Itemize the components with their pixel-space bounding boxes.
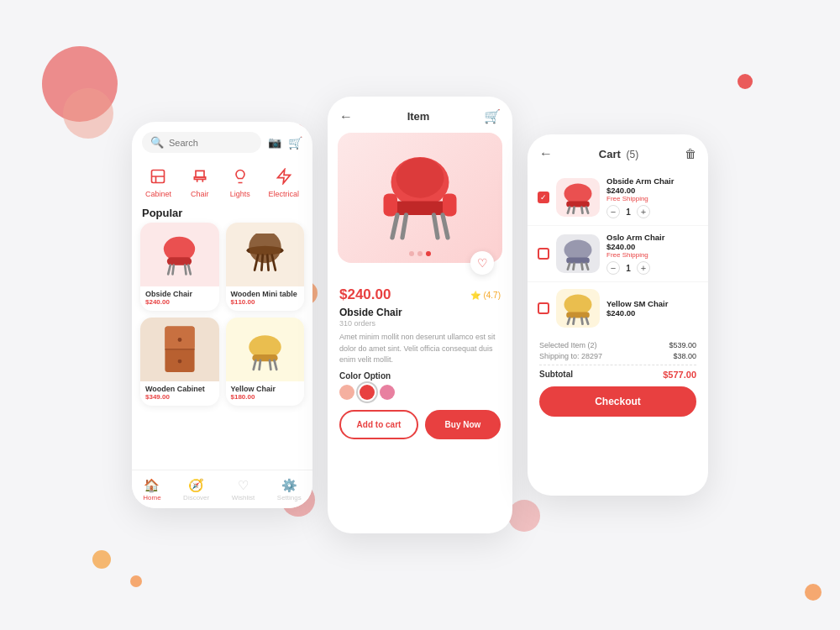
svg-point-50 [564, 295, 592, 315]
product-card-yellow-chair[interactable]: Yellow Chair $180.00 [226, 318, 305, 406]
checkout-button[interactable]: Checkout [539, 386, 696, 417]
item-description: Amet minim mollit non deserunt ullamco e… [328, 332, 512, 371]
svg-line-26 [274, 360, 276, 369]
color-option-3[interactable] [380, 385, 395, 400]
delete-icon[interactable]: 🗑 [685, 147, 696, 160]
add-to-cart-button[interactable]: Add to cart [339, 410, 418, 439]
product-info-2: Wooden Mini table $110.00 [226, 286, 305, 311]
svg-line-37 [434, 214, 438, 237]
discover-icon: 🧭 [188, 478, 204, 493]
product-name-2: Wooden Mini table [231, 290, 300, 298]
cart-item-img-3 [556, 289, 600, 328]
cart-checkbox-3[interactable] [538, 302, 549, 314]
dot-2 [417, 251, 423, 256]
nav-discover[interactable]: 🧭 Discover [183, 478, 209, 501]
nav-home[interactable]: 🏠 Home [143, 478, 160, 501]
dot-1 [409, 251, 414, 256]
cart-item-details-2: Oslo Arm Chair $240.00 Free Shipping − 1… [606, 233, 698, 275]
svg-line-25 [254, 360, 256, 369]
lights-label: Lights [230, 190, 250, 198]
qty-value-1: 1 [623, 207, 633, 217]
item-name: Obside Chair [328, 307, 512, 319]
popular-title: Popular [132, 202, 312, 223]
category-lights[interactable]: Lights [228, 165, 252, 198]
cart-checkbox-2[interactable] [538, 248, 549, 260]
color-option-1[interactable] [339, 385, 354, 400]
screens-container: 🔍 📷 🛒 Cabinet [0, 0, 840, 630]
svg-point-22 [177, 359, 181, 363]
search-icon: 🔍 [150, 136, 164, 149]
nav-discover-label: Discover [183, 494, 209, 501]
svg-point-13 [249, 234, 281, 263]
svg-rect-33 [443, 193, 457, 216]
item-header: ← Item 🛒 [328, 97, 512, 124]
item-image-area: ♡ [338, 133, 502, 263]
svg-rect-7 [167, 257, 192, 265]
qty-increase-2[interactable]: + [637, 261, 650, 275]
svg-line-35 [443, 214, 448, 237]
product-img-2 [226, 223, 305, 286]
item-chair-image [370, 148, 470, 249]
search-input[interactable] [169, 138, 253, 148]
cart-icon-home[interactable]: 🛒 [288, 136, 302, 150]
qty-value-2: 1 [623, 264, 633, 273]
qty-decrease-2[interactable]: − [606, 261, 620, 275]
item-actions: Add to cart Buy Now [328, 405, 512, 449]
svg-point-30 [396, 157, 444, 197]
item-orders: 310 orders [328, 319, 512, 332]
back-button[interactable]: ← [339, 109, 353, 124]
nav-settings-label: Settings [277, 494, 302, 501]
nav-wishlist[interactable]: ♡ Wishlist [232, 478, 255, 501]
search-input-wrap[interactable]: 🔍 [142, 132, 261, 153]
svg-line-10 [173, 265, 174, 275]
cart-qty-2: − 1 + [606, 261, 698, 275]
svg-line-9 [188, 265, 191, 275]
product-img-1 [140, 223, 219, 286]
color-option-2[interactable] [360, 385, 375, 400]
cart-header: ← Cart (5) 🗑 [528, 134, 708, 170]
categories: Cabinet Chair Lights [132, 158, 312, 202]
item-price: $240.00 [339, 286, 391, 303]
color-options [339, 385, 501, 400]
wishlist-button[interactable]: ♡ [470, 251, 494, 275]
selected-value: $539.00 [669, 341, 696, 349]
cart-item-3: Yellow SM Chair $240.00 [528, 282, 708, 334]
qty-decrease-1[interactable]: − [606, 205, 620, 218]
svg-point-44 [564, 240, 592, 260]
product-card-wooden-cabinet[interactable]: Wooden Cabinet $349.00 [140, 318, 219, 406]
svg-line-48 [574, 264, 575, 270]
svg-line-46 [568, 264, 570, 270]
cart-icon-item[interactable]: 🛒 [484, 108, 501, 124]
color-section: Color Option [328, 371, 512, 405]
product-card-wooden-table[interactable]: Wooden Mini table $110.00 [226, 223, 305, 311]
category-chair[interactable]: Chair [188, 165, 212, 198]
screen-home: 🔍 📷 🛒 Cabinet [132, 122, 312, 508]
item-price-row: $240.00 ⭐ (4.7) [328, 271, 512, 307]
svg-line-52 [568, 318, 570, 324]
cabinet-label: Cabinet [145, 190, 171, 198]
item-rating: ⭐ (4.7) [470, 291, 501, 300]
product-price-3: $349.00 [145, 393, 214, 401]
product-price-4: $180.00 [231, 393, 300, 401]
svg-line-28 [270, 360, 270, 369]
cart-item-name-2: Oslo Arm Chair [606, 233, 698, 242]
category-electrical[interactable]: Electrical [269, 165, 300, 198]
buy-now-button[interactable]: Buy Now [425, 410, 501, 439]
product-card-obside-chair[interactable]: Obside Chair $240.00 [140, 223, 219, 311]
product-name-4: Yellow Chair [231, 385, 300, 393]
cart-checkbox-1[interactable]: ✓ [538, 192, 549, 203]
nav-settings[interactable]: ⚙️ Settings [277, 478, 302, 501]
cart-item-details-3: Yellow SM Chair $240.00 [606, 299, 698, 318]
search-bar: 🔍 📷 🛒 [132, 122, 312, 158]
cart-back-button[interactable]: ← [539, 146, 553, 161]
shipping-label: Shipping to: 28297 [539, 352, 602, 360]
lights-icon [228, 165, 252, 188]
selected-label: Selected Item (2) [539, 341, 597, 349]
category-cabinet[interactable]: Cabinet [145, 165, 171, 198]
star-icon: ⭐ [470, 291, 480, 300]
camera-icon[interactable]: 📷 [268, 136, 281, 149]
svg-line-53 [586, 318, 588, 324]
qty-increase-1[interactable]: + [637, 205, 650, 218]
cart-item-shipping-1: Free Shipping [606, 195, 698, 202]
wishlist-icon: ♡ [238, 478, 249, 493]
